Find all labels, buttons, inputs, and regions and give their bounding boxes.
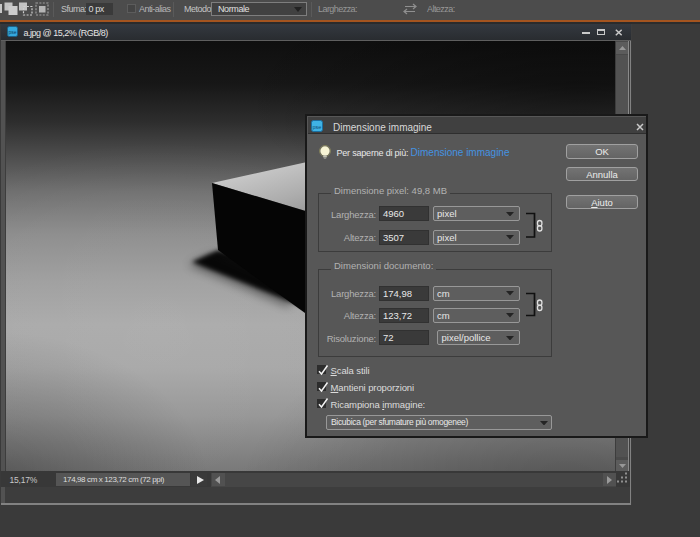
svg-text:pse: pse	[8, 29, 16, 35]
svg-text:pse: pse	[313, 123, 322, 129]
